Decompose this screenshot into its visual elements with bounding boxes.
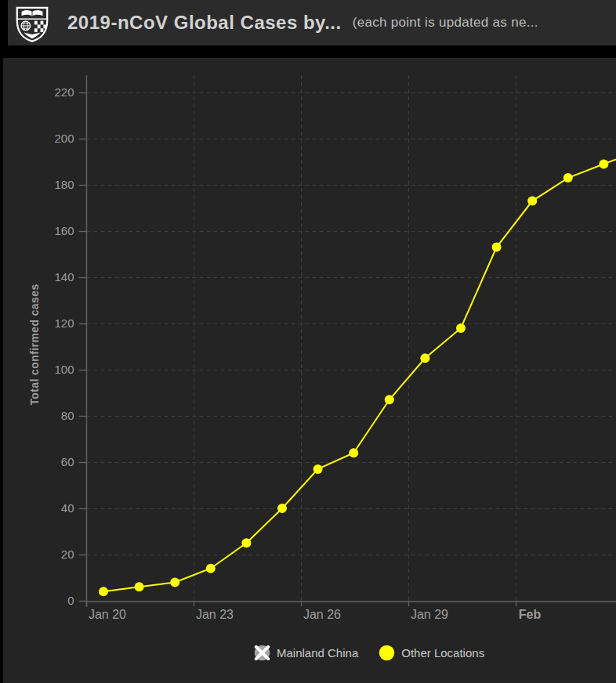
y-tick-label: 0 <box>67 594 74 607</box>
legend-label-other-locations: Other Locations <box>401 646 484 660</box>
data-point[interactable] <box>99 587 108 596</box>
y-tick-label: 140 <box>54 270 74 284</box>
y-tick-label: 160 <box>54 224 74 237</box>
data-point[interactable] <box>599 159 608 168</box>
y-tick-label: 40 <box>61 501 74 515</box>
series-line-other-locations <box>103 159 616 591</box>
data-point[interactable] <box>456 323 466 333</box>
data-point[interactable] <box>206 564 216 573</box>
y-tick-label: 60 <box>61 455 74 468</box>
y-tick-label: 200 <box>54 132 74 145</box>
line-chart: 020406080100120140160180200220Jan 20Jan … <box>3 58 616 683</box>
y-tick-label: 120 <box>54 316 74 330</box>
x-tick-label: Jan 23 <box>196 608 234 621</box>
y-tick-label: 20 <box>61 547 74 561</box>
y-axis-title: Total confirmed cases <box>28 284 41 405</box>
legend-item-mainland-china[interactable]: Mainland China <box>254 645 358 661</box>
y-tick-label: 100 <box>54 363 74 376</box>
x-tick-label: Jan 20 <box>89 608 126 621</box>
y-tick-label: 180 <box>54 178 74 191</box>
data-point[interactable] <box>241 538 251 547</box>
data-point[interactable] <box>385 395 394 404</box>
chart-panel: 020406080100120140160180200220Jan 20Jan … <box>3 58 616 683</box>
chart-legend: Mainland China Other Locations <box>254 645 484 661</box>
data-point[interactable] <box>420 353 429 363</box>
data-point[interactable] <box>135 582 144 591</box>
data-point[interactable] <box>527 197 537 206</box>
x-tick-label: Jan 29 <box>411 608 448 621</box>
header-title: 2019-nCoV Global Cases by... <box>67 12 342 34</box>
data-point[interactable] <box>313 464 323 474</box>
header-subtitle: (each point is updated as ne... <box>353 15 538 31</box>
data-point[interactable] <box>492 243 502 252</box>
y-tick-label: 220 <box>54 85 74 99</box>
gridlines <box>87 75 616 602</box>
data-point[interactable] <box>170 577 179 587</box>
data-point[interactable] <box>277 504 287 513</box>
x-tick-label: Feb <box>519 608 542 621</box>
data-point[interactable] <box>349 448 358 457</box>
y-axis-labels: 020406080100120140160180200220 <box>54 85 74 607</box>
x-axis-labels: Jan 20Jan 23Jan 26Jan 29Feb <box>89 608 541 621</box>
data-point[interactable] <box>563 173 573 182</box>
yellow-circle-icon <box>379 645 395 661</box>
dashboard-page: 2019-nCoV Global Cases by... (each point… <box>0 0 616 683</box>
header-panel: 2019-nCoV Global Cases by... (each point… <box>8 0 616 45</box>
x-tick-label: Jan 26 <box>303 608 341 621</box>
legend-label-mainland-china: Mainland China <box>277 646 358 660</box>
legend-item-other-locations[interactable]: Other Locations <box>379 645 484 661</box>
crossed-circle-icon <box>254 645 270 661</box>
y-tick-label: 80 <box>61 409 74 422</box>
jhu-shield-icon <box>14 5 50 42</box>
axes <box>79 75 616 607</box>
